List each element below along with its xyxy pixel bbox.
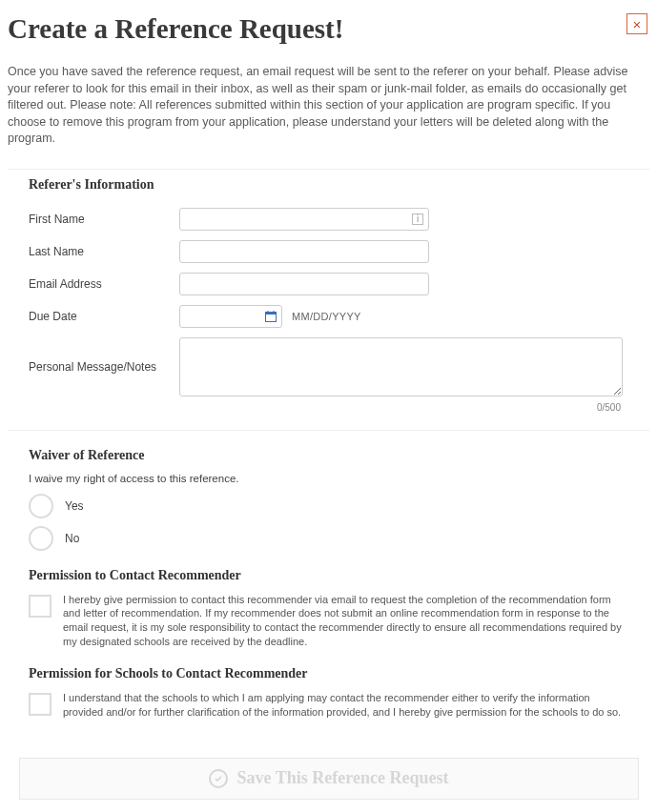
intro-text: Once you have saved the reference reques… — [8, 64, 649, 148]
svg-rect-1 — [266, 312, 277, 315]
email-label: Email Address — [8, 277, 179, 291]
save-button-label: Save This Reference Request — [237, 768, 449, 788]
divider — [8, 169, 649, 170]
close-icon[interactable]: × — [626, 13, 647, 34]
divider — [8, 430, 649, 431]
referer-section-title: Referer's Information — [29, 177, 649, 193]
autofill-icon: i — [412, 213, 423, 225]
notes-label: Personal Message/Notes — [8, 360, 179, 374]
waiver-yes-radio[interactable] — [29, 494, 53, 518]
first-name-label: First Name — [8, 213, 179, 226]
check-icon — [209, 769, 228, 788]
waiver-question: I waive my right of access to this refer… — [29, 473, 649, 484]
close-glyph: × — [633, 16, 642, 32]
email-input[interactable] — [179, 273, 429, 295]
perm-schools-title: Permission for Schools to Contact Recomm… — [29, 666, 649, 681]
perm-contact-title: Permission to Contact Recommender — [29, 568, 649, 583]
waiver-yes-label: Yes — [65, 499, 84, 513]
perm-schools-checkbox[interactable] — [29, 693, 51, 716]
waiver-no-radio[interactable] — [29, 526, 53, 551]
save-button[interactable]: Save This Reference Request — [19, 758, 639, 800]
char-counter: 0/500 — [8, 402, 621, 413]
first-name-input[interactable] — [179, 208, 429, 231]
due-date-label: Due Date — [8, 310, 179, 323]
last-name-input[interactable] — [179, 240, 429, 263]
perm-schools-text: I understand that the schools to which I… — [63, 691, 628, 720]
date-format-hint: MM/DD/YYYY — [292, 311, 361, 322]
perm-contact-text: I hereby give permission to contact this… — [63, 593, 628, 649]
perm-contact-checkbox[interactable] — [29, 595, 51, 618]
page-title: Create a Reference Request! — [8, 10, 626, 54]
notes-textarea[interactable] — [179, 337, 623, 396]
waiver-no-label: No — [65, 532, 79, 545]
calendar-icon[interactable] — [265, 311, 277, 322]
waiver-section-title: Waiver of Reference — [29, 448, 649, 463]
last-name-label: Last Name — [8, 245, 179, 258]
